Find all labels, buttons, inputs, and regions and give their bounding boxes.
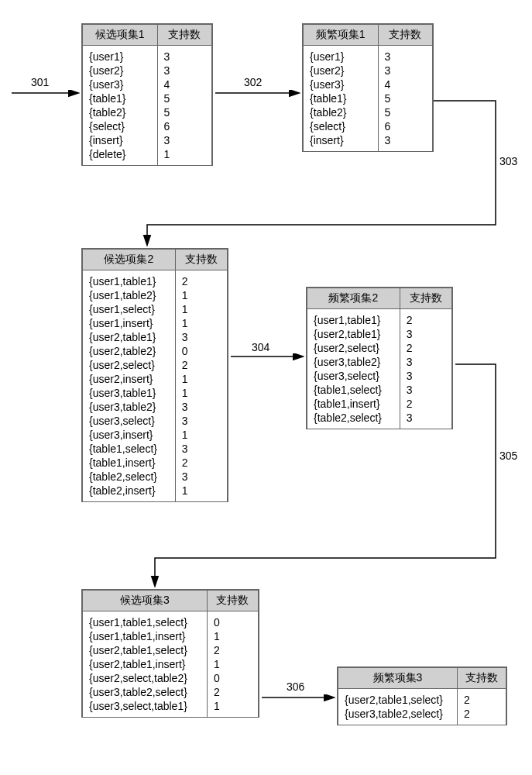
itemset-cell: {user2,select} <box>307 341 400 355</box>
table-row: {user2}3 <box>83 64 212 78</box>
itemset-cell: {table2,select} <box>307 411 400 429</box>
itemset-cell: {select} <box>304 119 379 133</box>
support-cell: 3 <box>378 133 432 151</box>
support-cell: 2 <box>400 341 451 355</box>
table-row: {table2,insert}1 <box>83 484 228 501</box>
itemset-cell: {user3,table2,select} <box>338 707 458 725</box>
support-cell: 3 <box>175 330 227 344</box>
table-row: {user2,insert}1 <box>83 372 228 386</box>
table-row: {user3,select,table1}1 <box>83 699 259 717</box>
itemset-cell: {user1} <box>304 46 379 64</box>
support-cell: 5 <box>378 105 432 119</box>
table-row: {table1,insert}2 <box>307 397 452 411</box>
table-row: {user2,table2}0 <box>83 344 228 358</box>
itemset-cell: {user2} <box>304 64 379 78</box>
itemset-cell: {user2,insert} <box>83 372 176 386</box>
itemset-cell: {user3} <box>83 78 158 91</box>
support-cell: 3 <box>378 46 432 64</box>
support-cell: 3 <box>157 64 211 78</box>
support-cell: 2 <box>207 643 258 657</box>
table-row: {user3,table2}3 <box>83 400 228 414</box>
itemset-cell: {user2,table1} <box>83 330 176 344</box>
itemset-cell: {user3} <box>304 78 379 91</box>
freq1-header: 频繁项集1 <box>304 25 379 46</box>
table-row: {table2,select}3 <box>83 470 228 484</box>
itemset-cell: {user3,table2} <box>307 355 400 369</box>
table-row: {table2}5 <box>304 105 433 119</box>
itemset-cell: {user3,table2,select} <box>83 685 208 699</box>
support-cell: 4 <box>157 78 211 91</box>
itemset-cell: {table1,insert} <box>83 456 176 470</box>
itemset-cell: {table2,insert} <box>83 484 176 501</box>
step-label-306: 306 <box>287 680 304 693</box>
support-cell: 2 <box>175 456 227 470</box>
support-cell: 1 <box>175 428 227 442</box>
support-cell: 2 <box>457 707 506 725</box>
support-cell: 2 <box>457 689 506 708</box>
support-cell: 3 <box>175 442 227 456</box>
table-row: {user2,table1,insert}1 <box>83 657 259 671</box>
itemset-cell: {table2} <box>83 105 158 119</box>
itemset-cell: {user3,table2} <box>83 400 176 414</box>
itemset-cell: {user3,select} <box>83 414 176 428</box>
step-label-304: 304 <box>252 341 269 353</box>
table-row: {table1,select}3 <box>307 383 452 397</box>
itemset-cell: {user2,table1,select} <box>83 643 208 657</box>
itemset-cell: {table1,select} <box>83 442 176 456</box>
itemset-cell: {user3,table1} <box>83 386 176 400</box>
support-cell: 1 <box>175 316 227 330</box>
table-row: {table1,select}3 <box>83 442 228 456</box>
support-cell: 3 <box>400 383 451 397</box>
support-cell: 3 <box>175 470 227 484</box>
table-row: {insert}3 <box>83 133 212 147</box>
table-row: {user1,table1}2 <box>307 309 452 328</box>
itemset-cell: {user1,select} <box>83 302 176 316</box>
table-row: {delete}1 <box>83 147 212 165</box>
support-header: 支持数 <box>457 668 506 689</box>
table-row: {user1,table1,select}0 <box>83 611 259 630</box>
table-row: {user1,select}1 <box>83 302 228 316</box>
table-row: {table2}5 <box>83 105 212 119</box>
frequent-set-3-table: 频繁项集3 支持数 {user2,table1,select}2{user3,t… <box>337 666 507 725</box>
itemset-cell: {user1,insert} <box>83 316 176 330</box>
itemset-cell: {user2,table2} <box>83 344 176 358</box>
table-row: {table2,select}3 <box>307 411 452 429</box>
itemset-cell: {user2,select} <box>83 358 176 372</box>
table-row: {user3,table2}3 <box>307 355 452 369</box>
support-cell: 5 <box>157 105 211 119</box>
support-cell: 1 <box>207 629 258 643</box>
support-cell: 3 <box>400 327 451 341</box>
candidate-set-2-table: 候选项集2 支持数 {user1,table1}2{user1,table2}1… <box>81 248 228 502</box>
table-row: {user1,table1,insert}1 <box>83 629 259 643</box>
itemset-cell: {user2,table1,select} <box>338 689 458 708</box>
support-cell: 3 <box>400 355 451 369</box>
support-cell: 3 <box>400 369 451 383</box>
table-row: {user3,insert}1 <box>83 428 228 442</box>
itemset-cell: {user1,table1,select} <box>83 611 208 630</box>
table-row: {user1,table1}2 <box>83 270 228 289</box>
itemset-cell: {table2,select} <box>83 470 176 484</box>
step-label-301: 301 <box>31 76 49 88</box>
support-cell: 3 <box>175 414 227 428</box>
itemset-cell: {user1,table1} <box>83 270 176 289</box>
support-cell: 6 <box>157 119 211 133</box>
freq2-header: 频繁项集2 <box>307 288 400 309</box>
support-cell: 2 <box>400 309 451 328</box>
support-header: 支持数 <box>157 25 211 46</box>
table-row: {user2,select,table2}0 <box>83 671 259 685</box>
support-cell: 0 <box>207 671 258 685</box>
table-row: {user1}3 <box>304 46 433 64</box>
support-cell: 0 <box>175 344 227 358</box>
freq3-header: 频繁项集3 <box>338 668 458 689</box>
table-row: {user3,select}3 <box>83 414 228 428</box>
support-cell: 1 <box>175 288 227 302</box>
support-cell: 5 <box>157 91 211 105</box>
table-row: {user2,table1,select}2 <box>83 643 259 657</box>
support-cell: 3 <box>378 64 432 78</box>
table-row: {user3,table2,select}2 <box>83 685 259 699</box>
cand3-header: 候选项集3 <box>83 591 208 611</box>
itemset-cell: {table1,insert} <box>307 397 400 411</box>
support-cell: 0 <box>207 611 258 630</box>
itemset-cell: {delete} <box>83 147 158 165</box>
support-header: 支持数 <box>400 288 451 309</box>
